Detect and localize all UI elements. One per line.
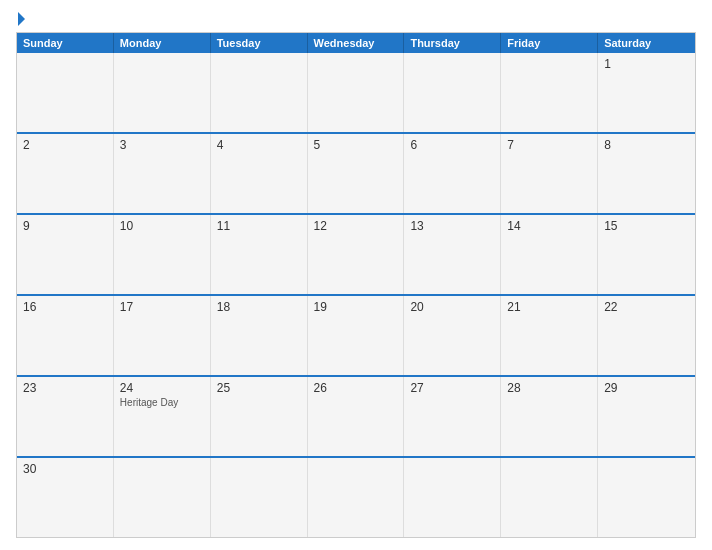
day-cell: 30 [17,458,114,537]
day-cell: 13 [404,215,501,294]
day-cell: 8 [598,134,695,213]
day-number: 1 [604,57,689,71]
day-cell: 11 [211,215,308,294]
week-row-1: 2345678 [17,132,695,213]
logo-triangle-icon [18,12,25,26]
week-row-0: 1 [17,53,695,132]
weeks-container: 123456789101112131415161718192021222324H… [17,53,695,537]
day-number: 3 [120,138,204,152]
day-cell: 2 [17,134,114,213]
day-number: 6 [410,138,494,152]
day-cell: 1 [598,53,695,132]
day-header-sunday: Sunday [17,33,114,53]
day-number: 8 [604,138,689,152]
day-number: 29 [604,381,689,395]
week-row-3: 16171819202122 [17,294,695,375]
day-cell [404,53,501,132]
day-number: 17 [120,300,204,314]
day-cell: 10 [114,215,211,294]
day-number: 18 [217,300,301,314]
day-cell: 5 [308,134,405,213]
day-cell: 12 [308,215,405,294]
day-cell: 14 [501,215,598,294]
day-cell: 25 [211,377,308,456]
calendar-header [16,12,696,26]
day-cell: 6 [404,134,501,213]
day-number: 26 [314,381,398,395]
logo [16,12,25,26]
day-number: 16 [23,300,107,314]
day-cell [211,53,308,132]
day-cell: 29 [598,377,695,456]
day-cell: 24Heritage Day [114,377,211,456]
day-cell: 27 [404,377,501,456]
day-cell [501,458,598,537]
day-number: 15 [604,219,689,233]
week-row-4: 2324Heritage Day2526272829 [17,375,695,456]
day-number: 5 [314,138,398,152]
day-number: 24 [120,381,204,395]
day-number: 13 [410,219,494,233]
day-cell: 15 [598,215,695,294]
day-cell: 16 [17,296,114,375]
day-number: 7 [507,138,591,152]
day-header-saturday: Saturday [598,33,695,53]
day-number: 14 [507,219,591,233]
day-cell: 9 [17,215,114,294]
day-number: 28 [507,381,591,395]
day-cell [598,458,695,537]
day-cell [308,458,405,537]
week-row-5: 30 [17,456,695,537]
day-number: 10 [120,219,204,233]
day-number: 27 [410,381,494,395]
day-number: 11 [217,219,301,233]
day-cell: 21 [501,296,598,375]
day-number: 30 [23,462,107,476]
day-cell: 18 [211,296,308,375]
calendar-grid: SundayMondayTuesdayWednesdayThursdayFrid… [16,32,696,538]
day-number: 21 [507,300,591,314]
calendar-page: SundayMondayTuesdayWednesdayThursdayFrid… [0,0,712,550]
day-number: 20 [410,300,494,314]
day-header-wednesday: Wednesday [308,33,405,53]
day-cell: 17 [114,296,211,375]
day-number: 2 [23,138,107,152]
day-cell: 3 [114,134,211,213]
logo-blue-text [16,12,25,26]
day-cell: 20 [404,296,501,375]
week-row-2: 9101112131415 [17,213,695,294]
day-cell: 7 [501,134,598,213]
day-cell [308,53,405,132]
day-number: 12 [314,219,398,233]
day-number: 9 [23,219,107,233]
day-number: 22 [604,300,689,314]
day-cell: 26 [308,377,405,456]
day-cell: 28 [501,377,598,456]
day-number: 25 [217,381,301,395]
day-cell: 4 [211,134,308,213]
day-header-tuesday: Tuesday [211,33,308,53]
day-cell: 19 [308,296,405,375]
day-number: 23 [23,381,107,395]
day-cell [114,458,211,537]
day-cell [114,53,211,132]
day-event-label: Heritage Day [120,397,178,408]
day-cell [501,53,598,132]
day-cell [211,458,308,537]
day-cell [17,53,114,132]
day-headers-row: SundayMondayTuesdayWednesdayThursdayFrid… [17,33,695,53]
day-header-friday: Friday [501,33,598,53]
day-cell: 22 [598,296,695,375]
day-header-thursday: Thursday [404,33,501,53]
day-header-monday: Monday [114,33,211,53]
day-number: 4 [217,138,301,152]
day-cell [404,458,501,537]
day-number: 19 [314,300,398,314]
day-cell: 23 [17,377,114,456]
